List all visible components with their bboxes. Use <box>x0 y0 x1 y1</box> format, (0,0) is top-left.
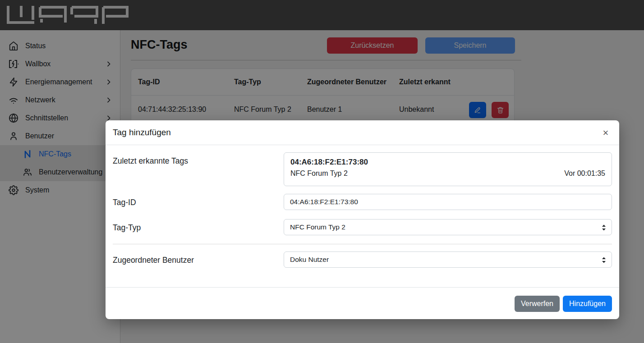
recent-tag-type: NFC Forum Typ 2 <box>290 169 348 178</box>
recent-tag-ago: Vor 00:01:35 <box>564 169 605 178</box>
tag-typ-label: Tag-Typ <box>113 223 141 233</box>
add-tag-modal: Tag hinzufügen × Zuletzt erkannte Tags 0… <box>106 120 619 319</box>
assigned-user-label: Zugeordneter Benutzer <box>113 256 194 265</box>
assigned-user-select[interactable]: Doku Nutzer <box>284 252 612 268</box>
tag-typ-select[interactable]: NFC Forum Typ 2 <box>284 219 612 235</box>
tag-id-input[interactable] <box>284 194 612 210</box>
add-button[interactable]: Hinzufügen <box>563 296 612 312</box>
select-arrows-icon <box>601 256 607 265</box>
recent-tag-id: 04:A6:18:F2:E1:73:80 <box>290 158 605 167</box>
recent-tags-label: Zuletzt erkannte Tags <box>113 156 188 166</box>
modal-body-divider <box>113 244 612 244</box>
modal-footer-divider <box>106 287 619 288</box>
assigned-user-selected-value: Doku Nutzer <box>290 256 329 264</box>
tag-id-label: Tag-ID <box>113 198 136 207</box>
modal-header: Tag hinzufügen × <box>106 120 619 145</box>
close-icon[interactable]: × <box>599 127 612 139</box>
recent-tag-box[interactable]: 04:A6:18:F2:E1:73:80 NFC Forum Typ 2 Vor… <box>284 152 612 186</box>
modal-title: Tag hinzufügen <box>113 128 171 137</box>
select-arrows-icon <box>601 223 607 232</box>
discard-button[interactable]: Verwerfen <box>515 296 560 312</box>
tag-typ-selected-value: NFC Forum Typ 2 <box>290 223 345 231</box>
